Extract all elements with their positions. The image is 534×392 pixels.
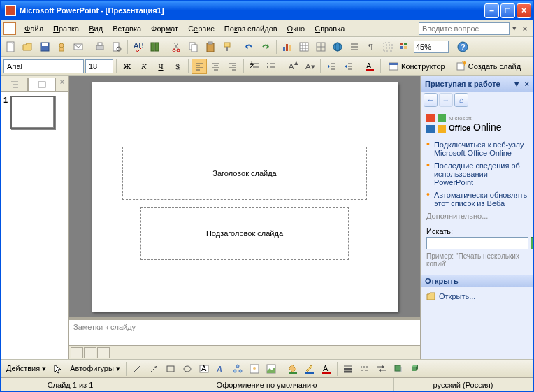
color-grayscale-button[interactable] [397,39,412,55]
research-button[interactable] [147,39,163,55]
taskpane-forward-button[interactable]: → [439,93,453,107]
menu-edit[interactable]: Правка [49,23,83,34]
align-right-button[interactable] [225,59,240,74]
decrease-font-button[interactable]: A▾ [302,59,317,74]
taskpane-dropdown-icon[interactable]: ▼ [513,80,521,88]
increase-indent-button[interactable] [340,59,356,74]
status-language[interactable]: русский (Россия) [394,378,533,391]
insert-table-button[interactable] [296,39,312,55]
insert-hyperlink-button[interactable] [330,39,345,55]
slide-canvas[interactable]: Заголовок слайда Подзаголовок слайда [92,82,398,312]
minimize-button[interactable]: – [484,3,499,18]
line-color-button[interactable] [302,361,317,377]
bullets-button[interactable] [264,59,279,74]
numbering-button[interactable]: 12 [247,59,262,74]
search-go-button[interactable]: → [531,237,533,249]
taskpane-search-input[interactable] [426,237,528,249]
paste-button[interactable] [203,39,218,55]
align-left-button[interactable] [192,59,207,74]
pane-close-button[interactable]: × [56,76,68,91]
taskpane-home-button[interactable]: ⌂ [454,93,468,107]
slide-editor[interactable]: Заголовок слайда Подзаголовок слайда [69,76,420,317]
oval-button[interactable] [180,361,195,377]
help-button[interactable]: ? [455,39,470,55]
redo-button[interactable] [258,39,273,55]
italic-button[interactable]: К [136,59,152,74]
slides-tab[interactable] [28,78,55,91]
clipart-button[interactable] [247,361,262,377]
line-button[interactable] [129,361,145,377]
menu-view[interactable]: Вид [85,23,107,34]
taskpane-link[interactable]: Автоматически обновлять этот список из В… [426,191,528,208]
taskpane-link[interactable]: Подключиться к веб-узлу Microsoft Office… [426,140,528,157]
menu-help[interactable]: Справка [310,23,349,34]
open-button[interactable] [20,39,36,55]
arrow-style-button[interactable] [374,361,389,377]
fill-color-button[interactable] [285,361,301,377]
expand-all-button[interactable] [347,39,362,55]
print-preview-button[interactable] [109,39,124,55]
format-painter-button[interactable] [219,39,235,55]
shadow-button[interactable]: S [170,59,185,74]
font-name-combo[interactable] [3,59,84,73]
help-search-input[interactable] [419,22,510,35]
maximize-button[interactable]: □ [500,3,515,18]
autoshapes-menu[interactable]: Автофигуры ▾ [67,364,123,373]
slideshow-view-button[interactable] [97,347,110,358]
outline-tab[interactable] [1,78,28,91]
zoom-combo[interactable] [414,41,449,53]
menu-file[interactable]: Файл [20,23,48,34]
draw-actions-menu[interactable]: Действия ▾ [3,364,49,373]
copy-button[interactable] [186,39,201,55]
line-style-button[interactable] [340,361,356,377]
email-button[interactable] [71,39,86,55]
save-button[interactable] [37,39,52,55]
font-color-draw-button[interactable]: A [319,361,334,377]
open-file-link[interactable]: Открыть... [426,291,528,301]
permission-button[interactable] [54,39,69,55]
insert-picture-button[interactable] [264,361,279,377]
textbox-button[interactable]: A [196,361,212,377]
3d-style-button[interactable] [407,361,423,377]
menu-insert[interactable]: Вставка [108,23,145,34]
rectangle-button[interactable] [163,361,178,377]
cut-button[interactable] [169,39,185,55]
slide-thumbnail[interactable]: 1 [3,96,66,129]
decrease-indent-button[interactable] [324,59,339,74]
normal-view-button[interactable] [71,347,83,358]
subtitle-placeholder[interactable]: Подзаголовок слайда [140,207,349,260]
diagram-button[interactable] [230,361,245,377]
font-size-combo[interactable] [85,59,113,73]
new-slide-button[interactable]: ✶Создать слайд [451,59,525,74]
new-button[interactable] [3,39,19,55]
print-button[interactable] [92,39,108,55]
title-placeholder[interactable]: Заголовок слайда [122,147,367,200]
show-formatting-button[interactable]: ¶ [363,39,379,55]
insert-chart-button[interactable] [280,39,295,55]
menu-slideshow[interactable]: Показ слайдов [220,23,282,34]
underline-button[interactable]: Ч [153,59,168,74]
taskpane-back-button[interactable]: ← [424,93,438,107]
taskpane-link[interactable]: Последние сведения об использовании Powe… [426,161,528,187]
thumb-preview[interactable] [10,96,55,129]
sorter-view-button[interactable] [84,347,96,358]
notes-pane[interactable]: Заметки к слайду [69,317,420,345]
menu-service[interactable]: Сервис [184,23,219,34]
spelling-button[interactable]: ABC [131,39,146,55]
slide-design-button[interactable]: Конструктор [384,59,449,74]
menu-format[interactable]: Формат [147,23,182,34]
dash-style-button[interactable] [357,361,373,377]
document-icon[interactable] [3,22,16,35]
select-objects-button[interactable] [50,361,66,377]
bold-button[interactable]: Ж [120,59,135,74]
menu-dropdown-icon[interactable]: ▾ [512,24,517,33]
taskpane-header[interactable]: Приступая к работе ▼ × [421,76,533,92]
close-button[interactable]: × [517,3,531,18]
tables-borders-button[interactable] [313,39,329,55]
increase-font-button[interactable]: A▴ [285,59,301,74]
doc-close-button[interactable]: × [519,23,531,34]
taskpane-more-link[interactable]: Дополнительно... [426,212,528,220]
font-color-button[interactable]: A [362,59,377,74]
show-grid-button[interactable] [380,39,396,55]
menu-window[interactable]: Окно [283,23,310,34]
